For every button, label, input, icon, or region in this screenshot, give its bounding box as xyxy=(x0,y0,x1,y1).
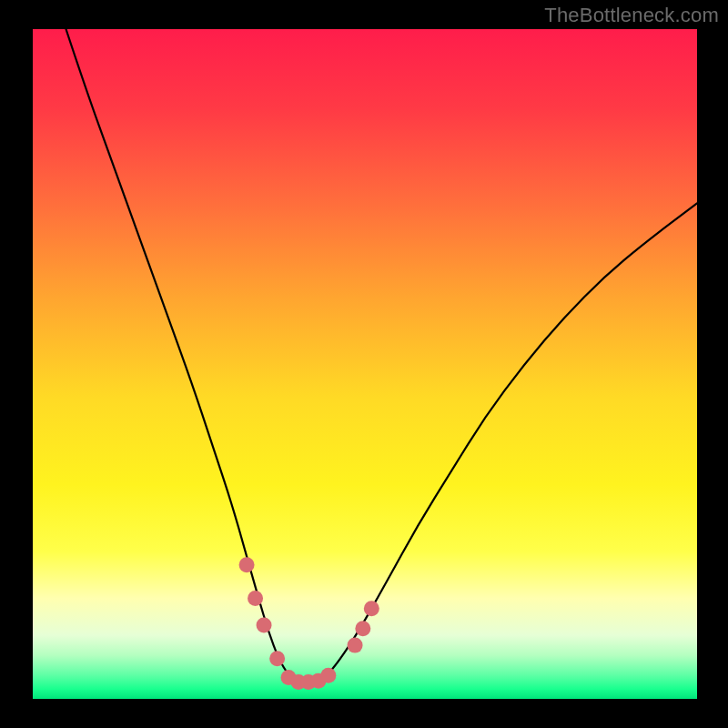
data-marker xyxy=(257,618,272,633)
data-marker xyxy=(248,591,263,606)
data-marker xyxy=(239,557,255,572)
marker-layer xyxy=(33,29,697,699)
plot-area xyxy=(33,29,697,699)
data-marker xyxy=(348,638,363,653)
data-marker xyxy=(269,651,285,666)
data-marker xyxy=(364,601,379,616)
data-marker xyxy=(320,668,336,683)
watermark-text: TheBottleneck.com xyxy=(544,4,719,27)
chart-canvas: TheBottleneck.com xyxy=(0,0,728,728)
data-marker xyxy=(355,621,370,636)
